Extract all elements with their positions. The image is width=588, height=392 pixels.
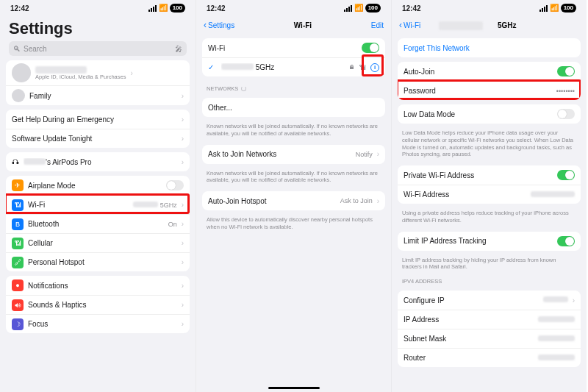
software-update-row[interactable]: Software Update Tonight › <box>6 129 190 148</box>
status-time: 12:42 <box>402 4 421 13</box>
subnet-mask-label: Subnet Mask <box>404 335 534 343</box>
wifi-ssid-redacted <box>133 202 158 207</box>
low-data-mode-label: Low Data Mode <box>404 110 553 118</box>
cellular-bars-icon <box>539 5 548 12</box>
status-time: 12:42 <box>10 4 29 13</box>
chevron-right-icon: › <box>182 92 184 100</box>
cellular-label: Cellular <box>28 239 177 247</box>
checkmark-icon: ✓ <box>208 63 214 71</box>
wifi-label: Wi-Fi <box>28 201 129 209</box>
auto-join-label: Auto-Join <box>404 68 553 76</box>
auto-join-row: Auto-Join <box>398 62 581 81</box>
chevron-right-icon: › <box>377 197 379 205</box>
cellular-icon: 📶︎ <box>12 238 24 249</box>
router-row: Router <box>398 348 581 367</box>
search-input[interactable]: 🔍︎ Search 🎤︎ <box>9 41 187 56</box>
ip-address-value-redacted <box>538 316 575 322</box>
password-row[interactable]: Password •••••••• <box>398 81 581 100</box>
avatar <box>12 63 31 82</box>
auto-join-hotspot-label: Auto-Join Hotspot <box>208 197 336 205</box>
airpods-label: 's AirPods Pro <box>46 158 92 166</box>
airplane-mode-switch[interactable] <box>166 180 184 190</box>
limit-footer: Limit IP address tracking by hiding your… <box>392 255 587 274</box>
auto-join-switch[interactable] <box>557 66 575 76</box>
lowdata-footer: Low Data Mode helps reduce your iPhone d… <box>392 128 587 161</box>
battery-indicator: 100 <box>365 4 381 13</box>
status-bar: 12:42 📶 100 <box>0 0 196 16</box>
wifi-status-icon: 📶 <box>354 4 363 12</box>
low-data-mode-row: Low Data Mode <box>398 104 581 124</box>
nav-bar: ‹Settings Wi-Fi Edit <box>196 16 391 34</box>
limit-ip-tracking-switch[interactable] <box>557 236 575 246</box>
password-label: Password <box>404 87 552 95</box>
hotspot-label: Personal Hotspot <box>28 258 177 266</box>
private-wifi-address-switch[interactable] <box>557 170 575 180</box>
chevron-right-icon: › <box>182 115 184 124</box>
wifi-master-switch[interactable] <box>362 43 379 53</box>
ip-address-label: IP Address <box>404 316 534 324</box>
status-bar: 12:42 📶 100 <box>196 0 391 16</box>
apple-id-row[interactable]: Apple ID, iCloud, Media & Purchases › <box>6 60 190 85</box>
nav-bar: ‹Wi-Fi xxxxxxxx 5GHz <box>392 16 587 34</box>
forget-network-label: Forget This Network <box>404 44 575 52</box>
notifications-label: Notifications <box>28 282 177 290</box>
password-value: •••••••• <box>556 88 575 95</box>
chevron-right-icon: › <box>182 201 184 209</box>
wifi-toggle-label: Wi-Fi <box>208 44 357 52</box>
chevron-right-icon: › <box>182 220 184 228</box>
low-data-mode-switch[interactable] <box>557 109 575 119</box>
mic-icon: 🎤︎ <box>175 45 182 53</box>
chevron-right-icon: › <box>377 150 379 158</box>
nav-back-button[interactable]: ‹Wi-Fi <box>399 20 420 30</box>
airpods-icon: 🎧︎ <box>12 158 19 166</box>
airplane-mode-row[interactable]: ✈︎ Airplane Mode <box>6 176 190 195</box>
ask-footer: Known networks will be joined automatica… <box>196 168 391 188</box>
triptych-container: 12:42 📶 100 Settings 🔍︎ Search 🎤︎ Apple … <box>0 0 588 392</box>
bluetooth-row[interactable]: B Bluetooth On › <box>6 214 190 233</box>
emergency-row[interactable]: Get Help During an Emergency › <box>6 110 190 129</box>
chevron-right-icon: › <box>182 282 184 290</box>
auto-join-hotspot-detail: Ask to Join <box>340 197 373 204</box>
ipv4-section-header: IPV4 ADDRESS <box>392 274 587 286</box>
ssid-redacted <box>439 21 483 30</box>
notifications-row[interactable]: ● Notifications › <box>6 276 190 295</box>
sounds-row[interactable]: 🔊︎ Sounds & Haptics › <box>6 295 190 314</box>
wifi-icon: 📶︎ <box>12 199 24 211</box>
forget-network-row[interactable]: Forget This Network <box>398 38 581 57</box>
router-label: Router <box>404 354 534 362</box>
configure-ip-row[interactable]: Configure IP › <box>398 291 581 310</box>
other-network-label: Other... <box>208 104 379 112</box>
chevron-right-icon: › <box>130 69 132 77</box>
personal-hotspot-row[interactable]: 🔗︎ Personal Hotspot › <box>6 252 190 271</box>
wifi-detail-screen: 12:42 📶 100 ‹Wi-Fi xxxxxxxx 5GHz Forget … <box>391 0 587 392</box>
family-row[interactable]: Family › <box>6 85 190 105</box>
configure-ip-value-redacted <box>543 296 568 302</box>
spinner-icon <box>241 86 246 91</box>
other-network-row[interactable]: Other... <box>202 98 385 117</box>
connected-network-row[interactable]: ✓ 5GHz 🔒︎ 📶︎ i <box>202 57 385 76</box>
nav-edit-button[interactable]: Edit <box>371 21 384 29</box>
wifi-status-icon: 📶 <box>550 4 559 12</box>
ask-to-join-row[interactable]: Ask to Join Networks Notify › <box>202 145 385 164</box>
info-icon[interactable]: i <box>370 63 379 72</box>
wifi-address-row: Wi-Fi Address <box>398 185 581 204</box>
bluetooth-detail: On <box>168 221 177 228</box>
focus-row[interactable]: ☽ Focus › <box>6 314 190 333</box>
auto-join-hotspot-row[interactable]: Auto-Join Hotspot Ask to Join › <box>202 191 385 210</box>
nav-back-button[interactable]: ‹Settings <box>204 20 234 30</box>
software-update-label: Software Update Tonight <box>12 135 177 143</box>
search-placeholder: Search <box>24 45 47 53</box>
wifi-row[interactable]: 📶︎ Wi-Fi 5GHz › <box>6 195 190 214</box>
emergency-label: Get Help During an Emergency <box>12 115 177 124</box>
cellular-bars-icon <box>344 5 352 12</box>
focus-icon: ☽ <box>12 318 24 330</box>
private-wifi-address-row: Private Wi-Fi Address <box>398 165 581 185</box>
limit-ip-tracking-row: Limit IP Address Tracking <box>398 232 581 251</box>
airplane-mode-label: Airplane Mode <box>28 182 162 190</box>
battery-indicator: 100 <box>561 4 576 13</box>
battery-indicator: 100 <box>170 4 185 13</box>
private-wifi-address-label: Private Wi-Fi Address <box>404 171 553 179</box>
airpods-row[interactable]: 🎧︎ 's AirPods Pro › <box>6 152 190 171</box>
airplane-icon: ✈︎ <box>12 179 24 191</box>
cellular-row[interactable]: 📶︎ Cellular › <box>6 233 190 252</box>
